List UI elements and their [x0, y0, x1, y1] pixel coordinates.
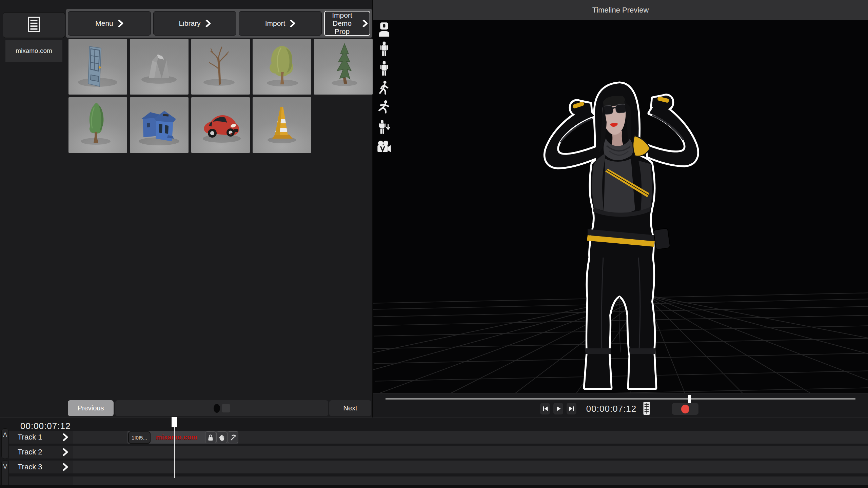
rock-thumbnail-image [130, 39, 189, 95]
track-expand-chevron-icon[interactable] [63, 463, 68, 471]
playback-bar: 00:00:07:12 [373, 393, 868, 418]
next-page-button[interactable]: Next [329, 400, 371, 416]
record-button[interactable] [672, 403, 698, 415]
prop-thumbnail-door[interactable] [68, 39, 127, 95]
props-toolbar: Menu Library Import Import Demo Prop [66, 9, 372, 38]
timeline-panel: 00:00:07:12 Λ V Track 1 1f0f5... mixamo.… [0, 418, 868, 488]
import-demo-prop-button[interactable]: Import Demo Prop [324, 11, 370, 36]
previous-page-button[interactable]: Previous [68, 400, 114, 416]
viewport-header: Timeline Preview [373, 0, 868, 20]
clip-pickaxe-button[interactable] [228, 431, 238, 443]
track-expand-chevron-icon[interactable] [63, 448, 68, 456]
track-1-label: Track 1 [9, 431, 73, 444]
film-strip-icon[interactable] [643, 402, 651, 416]
prop-thumbnail-pine-tree[interactable] [314, 39, 373, 95]
mixamo-logo-label: mixamo.com [5, 40, 62, 62]
track-3-label: Track 3 [9, 461, 73, 473]
prop-thumbnail-traffic-cone[interactable] [253, 97, 311, 153]
import-button[interactable]: Import [239, 11, 322, 36]
skip-start-icon [542, 405, 549, 412]
person-arrow-down-icon[interactable] [376, 120, 392, 135]
clip-id-chip[interactable]: 1f0f5... [128, 431, 151, 444]
door-thumbnail-image [68, 39, 127, 95]
prop-thumbnail-green-tree[interactable] [68, 97, 127, 153]
traffic-cone-thumbnail-image [253, 97, 311, 153]
page-dot-active[interactable] [214, 404, 220, 413]
scroll-up-glyph: Λ [3, 431, 7, 439]
person-portrait-icon[interactable] [376, 22, 392, 37]
chevron-right-icon [118, 20, 123, 27]
pickaxe-icon [229, 434, 237, 441]
prop-thumbnail-bare-tree[interactable] [191, 39, 250, 95]
video-camera-icon[interactable] [376, 140, 392, 155]
skip-to-end-button[interactable] [567, 403, 576, 414]
person-standing-alt-icon[interactable] [376, 61, 392, 76]
track-row-partial [9, 476, 868, 485]
character-model[interactable] [537, 81, 706, 393]
play-button[interactable] [553, 403, 563, 414]
logo-text: mixamo.com [16, 47, 52, 55]
timeline-playhead-handle[interactable] [172, 417, 177, 427]
skip-end-icon [568, 405, 575, 412]
timeline-bottom-strip [0, 485, 868, 488]
hamburger-icon [27, 17, 40, 34]
green-tree-thumbnail-image [68, 97, 127, 153]
timeline-preview-panel: Timeline Preview [373, 0, 868, 418]
pine-tree-thumbnail-image [314, 39, 373, 95]
prop-thumbnail-leafy-tree[interactable] [253, 39, 311, 95]
chevron-right-icon [290, 20, 295, 27]
track-row-2[interactable]: Track 2 [9, 446, 868, 459]
lock-icon [207, 434, 214, 441]
library-button[interactable]: Library [153, 11, 236, 36]
skip-to-start-button[interactable] [540, 403, 550, 414]
timeline-clip[interactable]: 1f0f5... mixamo.com [127, 431, 238, 444]
blue-house-thumbnail-image [130, 97, 189, 153]
chevron-right-icon [362, 20, 368, 27]
prop-thumbnail-rock[interactable] [130, 39, 189, 95]
timeline-playhead-line [174, 427, 175, 478]
timeline-scroll-up-button[interactable]: Λ [1, 428, 9, 459]
props-grid [68, 39, 374, 153]
scroll-down-glyph: V [3, 463, 7, 470]
hand-icon [218, 434, 225, 441]
viewport-tool-rail [376, 22, 395, 155]
preview-playhead[interactable] [688, 395, 691, 403]
clip-hand-button[interactable] [216, 431, 227, 443]
track-2-label: Track 2 [9, 446, 73, 459]
timeline-scroll-down-button[interactable]: V [1, 460, 9, 488]
track-row-3[interactable]: Track 3 [9, 461, 868, 473]
leafy-tree-thumbnail-image [253, 39, 311, 95]
menu-button[interactable]: Menu [68, 11, 151, 36]
bare-tree-thumbnail-image [191, 39, 250, 95]
timeline-timecode: 00:00:07:12 [20, 421, 71, 431]
main-menu-button[interactable] [3, 12, 65, 38]
person-running-icon[interactable] [376, 100, 392, 115]
clip-source-label: mixamo.com [151, 433, 202, 441]
props-browser-panel: mixamo.com Menu Library Import Import De… [0, 0, 373, 418]
record-dot-icon [681, 405, 689, 413]
prop-thumbnail-red-car[interactable] [191, 97, 250, 153]
person-walking-icon[interactable] [376, 81, 392, 96]
prop-thumbnail-blue-house[interactable] [130, 97, 189, 153]
track-expand-chevron-icon[interactable] [63, 433, 68, 441]
person-standing-icon[interactable] [376, 41, 392, 56]
app-window: mixamo.com Menu Library Import Import De… [0, 0, 868, 488]
track-partial-label [9, 476, 73, 485]
track-row-1[interactable]: Track 1 1f0f5... mixamo.com [9, 431, 868, 444]
viewport-title: Timeline Preview [592, 6, 649, 15]
page-dot-inactive[interactable] [222, 404, 230, 412]
preview-scrubber[interactable] [386, 398, 855, 400]
clip-lock-button[interactable] [205, 431, 216, 443]
chevron-right-icon [205, 20, 211, 27]
playback-timecode: 00:00:07:12 [586, 403, 637, 414]
red-car-thumbnail-image [191, 97, 250, 153]
pagination-bar[interactable] [115, 400, 328, 416]
3d-viewport[interactable] [373, 20, 868, 393]
play-icon [555, 405, 562, 412]
